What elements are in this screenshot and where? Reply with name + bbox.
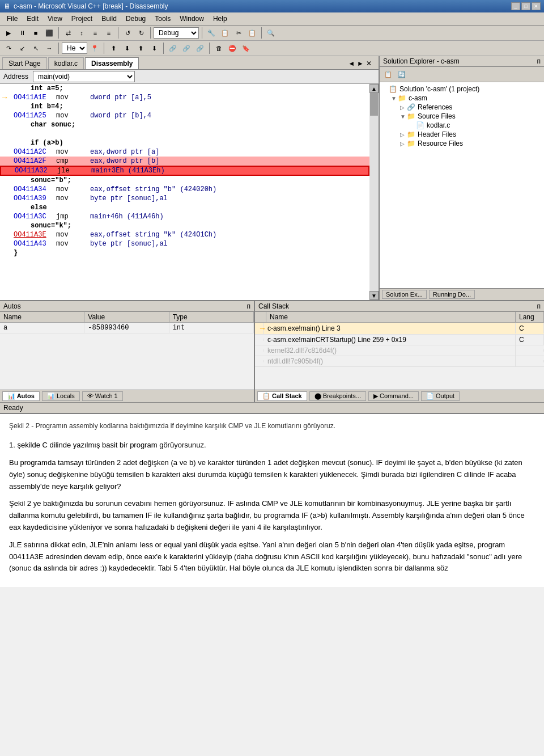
tree-expand-5[interactable]: ▷	[400, 132, 407, 138]
cs-tab-command[interactable]: ▶ Command...	[368, 391, 419, 401]
step-out-button[interactable]: ↖	[29, 42, 42, 54]
tree-expand-1[interactable]: ▼	[391, 95, 398, 102]
cs-tab-callstack[interactable]: 📋 Call Stack	[257, 391, 307, 401]
tree-item-2[interactable]: ▷🔗References	[382, 103, 542, 112]
toolbar-icon-17[interactable]: ⬇	[148, 42, 160, 54]
toolbar-icon-18[interactable]: 🔗	[167, 42, 179, 54]
toolbar-icon-2[interactable]: ⏸	[16, 27, 28, 39]
tab-nav-left[interactable]: ◄	[348, 60, 355, 67]
tree-item-5[interactable]: ▷📁Header Files	[382, 130, 542, 139]
cs-col-arrow	[255, 312, 266, 322]
tree-expand-3[interactable]: ▼	[400, 113, 407, 120]
toolbar-icon-7[interactable]: ≡	[89, 27, 101, 39]
menu-debug[interactable]: Debug	[121, 14, 150, 24]
scroll-up-arrow[interactable]: ▲	[369, 84, 379, 93]
tree-item-4[interactable]: 📄kodlar.c	[382, 121, 542, 130]
solution-tree: 📋Solution 'c-asm' (1 project)▼📁c-asm▷🔗Re…	[380, 82, 544, 288]
tab-nav-right[interactable]: ►	[357, 60, 364, 67]
menu-project[interactable]: Project	[67, 14, 97, 24]
toolbar-icon-11[interactable]: ✂	[232, 27, 245, 39]
toolbar-icon-12[interactable]: 📋	[246, 27, 258, 39]
tree-item-1[interactable]: ▼📁c-asm	[382, 94, 542, 103]
toolbar-icon-23[interactable]: 🔖	[240, 42, 252, 54]
autos-pin-icon[interactable]: п	[247, 302, 251, 310]
menu-view[interactable]: View	[43, 14, 67, 24]
hex-combo[interactable]: Hex	[62, 43, 87, 54]
code-text-13: else	[14, 204, 47, 212]
toolbar-icon-10[interactable]: 📋	[219, 27, 231, 39]
autos-col-name: Name	[0, 312, 84, 322]
tree-icon-4: 📄	[416, 121, 425, 129]
step-into-button[interactable]: ↙	[16, 42, 28, 54]
output-icon: 📄	[426, 392, 436, 399]
sol-toolbar-1[interactable]: 📋	[382, 68, 394, 81]
menu-edit[interactable]: Edit	[22, 14, 43, 24]
menu-help[interactable]: Help	[209, 14, 232, 24]
toolbar-sep-7	[104, 43, 104, 54]
solution-tab-running[interactable]: Running Do...	[429, 290, 475, 299]
solution-tab-explorer[interactable]: Solution Ex...	[382, 290, 427, 299]
paragraph-4: JLE satırına dikkat edin, JLE'nin anlamı…	[9, 539, 535, 575]
toolbar-icon-6[interactable]: ↕	[75, 27, 88, 39]
debug-toolbar: ↷ ↙ ↖ → Hex 📍 ⬆ ⬇ ⬆ ⬇ 🔗 🔗 🔗 🗑 ⛔ 🔖	[0, 41, 544, 56]
toolbar-icon-15[interactable]: ⬇	[121, 42, 133, 54]
solution-footer: Solution Ex... Running Do...	[380, 288, 544, 300]
tab-start-page[interactable]: Start Page	[2, 57, 47, 69]
menu-window[interactable]: Window	[175, 14, 209, 24]
menu-build[interactable]: Build	[97, 14, 121, 24]
toolbar-icon-20[interactable]: 🔗	[194, 42, 206, 54]
toolbar-icon-14[interactable]: ⬆	[107, 42, 120, 54]
code-line-11: OO411A34moveax,offset string "b" (424020…	[0, 185, 369, 194]
minimize-button[interactable]: _	[511, 2, 520, 10]
tree-icon-0: 📋	[389, 85, 398, 93]
toolbar-icon-21[interactable]: 🗑	[212, 42, 225, 54]
toolbar-icon-19[interactable]: 🔗	[180, 42, 193, 54]
scroll-thumb[interactable]	[370, 93, 378, 116]
toolbar-icon-1[interactable]: ▶	[2, 27, 15, 39]
close-button[interactable]: ✕	[532, 2, 541, 10]
debug-config-combo[interactable]: Debug	[154, 27, 199, 39]
cs-tab-output[interactable]: 📄 Output	[421, 391, 460, 401]
scroll-track[interactable]	[369, 93, 379, 291]
toolbar-icon-13[interactable]: 🔍	[265, 27, 277, 39]
menu-file[interactable]: File	[2, 14, 22, 24]
undo-button[interactable]: ↺	[121, 27, 134, 39]
step-over-button[interactable]: ↷	[2, 42, 15, 54]
cs-tab-breakpoints[interactable]: ⬤ Breakpoints...	[309, 391, 366, 401]
operand-12: byte ptr [sonuc],al	[90, 195, 367, 202]
redo-button[interactable]: ↻	[135, 27, 147, 39]
disasm-scrollbar[interactable]: ▲ ▼	[369, 84, 379, 300]
toolbar-icon-16[interactable]: ⬆	[134, 42, 147, 54]
solution-pin-icon[interactable]: п	[537, 57, 541, 65]
callstack-pin-icon[interactable]: п	[537, 302, 541, 310]
menu-tools[interactable]: Tools	[150, 14, 175, 24]
tree-expand-2[interactable]: ▷	[400, 104, 407, 111]
toolbar-icon-9[interactable]: 🔧	[205, 27, 218, 39]
tree-expand-6[interactable]: ▷	[400, 141, 407, 147]
autos-col-value: Value	[84, 312, 169, 322]
toolbar-sep-2	[118, 27, 118, 39]
toolbar-icon-3[interactable]: ■	[29, 27, 42, 39]
tab-close-icon[interactable]: ✕	[366, 60, 372, 67]
autos-tab-watch1[interactable]: 👁 Watch 1	[82, 391, 123, 401]
tree-item-0[interactable]: 📋Solution 'c-asm' (1 project)	[382, 85, 542, 94]
tree-item-3[interactable]: ▼📁Source Files	[382, 112, 542, 121]
sol-toolbar-2[interactable]: 🔄	[396, 68, 408, 81]
maximize-button[interactable]: □	[521, 2, 530, 10]
tree-item-6[interactable]: ▷📁Resource Files	[382, 139, 542, 148]
tab-disassembly[interactable]: Disassembly	[85, 57, 139, 69]
disasm-code[interactable]: int a=5;→OO411A1Emovdword ptr [a],5int b…	[0, 84, 369, 300]
toolbar-icon-4[interactable]: ⬛	[43, 27, 56, 39]
autos-tab-autos[interactable]: 📊 Autos	[2, 391, 40, 401]
toolbar-icon-5[interactable]: ⇄	[62, 27, 74, 39]
autos-tab-locals[interactable]: 📊 Locals	[42, 391, 80, 401]
tab-kodlar[interactable]: kodlar.c	[48, 57, 84, 69]
show-address-button[interactable]: 📍	[88, 42, 101, 54]
title-bar-controls[interactable]: _ □ ✕	[511, 2, 541, 10]
address-combo[interactable]: main(void)	[33, 71, 135, 82]
toolbar-icon-8[interactable]: ≡	[103, 27, 115, 39]
run-to-cursor-button[interactable]: →	[43, 42, 56, 54]
operand-17: byte ptr [sonuc],al	[90, 240, 367, 248]
toolbar-icon-22[interactable]: ⛔	[226, 42, 239, 54]
scroll-down-arrow[interactable]: ▼	[369, 291, 379, 300]
